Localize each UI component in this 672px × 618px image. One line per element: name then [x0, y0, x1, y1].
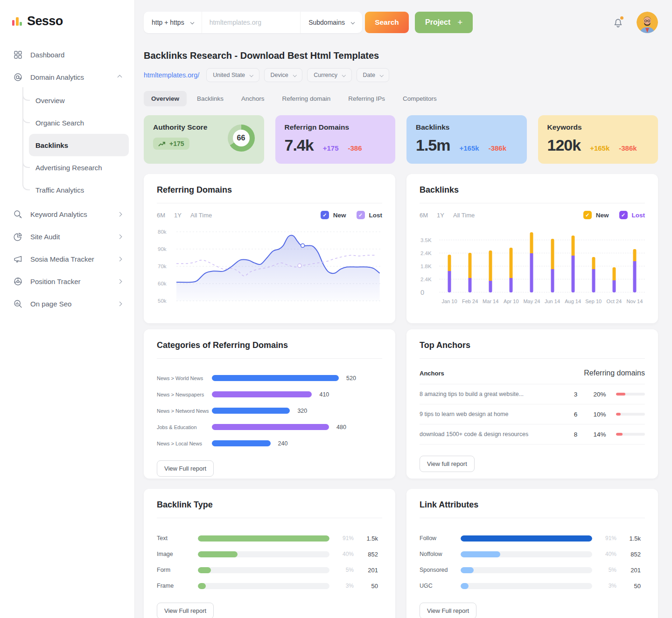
sidebar-item-keyword-analytics[interactable]: Keyword Analytics [7, 203, 127, 225]
view-full-report-button[interactable]: View Full report [157, 460, 214, 477]
sidebar-item-dashboard[interactable]: Dashboard [7, 43, 127, 66]
link-attributes-card: Link Attributes Follow91%1.5k Noffolow40… [406, 489, 658, 618]
sidebar-item-on-page-seo[interactable]: On page Seo [7, 292, 127, 315]
anchor-count: 8 [565, 431, 586, 438]
checkbox-new[interactable] [583, 211, 592, 219]
domain-link[interactable]: htmltemplates.org/ [144, 71, 199, 79]
range-1y[interactable]: 1Y [174, 212, 182, 219]
protocol-dropdown[interactable]: http + https [144, 12, 202, 33]
search-input[interactable] [202, 12, 301, 33]
user-avatar[interactable] [637, 12, 658, 33]
sidebar-item-overview[interactable]: Overview [22, 89, 127, 111]
range-all-time[interactable]: All Time [453, 212, 475, 219]
sidebar-item-backlinks[interactable]: Backlinks [29, 134, 129, 156]
filter-label: United State [213, 72, 245, 78]
subdomains-dropdown[interactable]: Subdomains [300, 12, 362, 33]
sidebar-nav: Dashboard Domain Analytics Overview Orga… [0, 43, 134, 315]
add-project-button[interactable]: Project + [415, 12, 473, 33]
sidebar-item-traffic-analytics[interactable]: Traffic Analytics [22, 179, 127, 201]
sidebar-item-label: Dashboard [30, 51, 64, 59]
chevron-right-icon [118, 301, 122, 306]
range-6m[interactable]: 6M [157, 212, 165, 219]
sidebar-item-label: Sosia Media Tracker [30, 255, 94, 263]
legend-new[interactable]: New [321, 211, 346, 219]
chevron-up-icon [118, 75, 122, 79]
view-full-report-button[interactable]: View Full report [420, 603, 476, 618]
tab-backlinks[interactable]: Backlinks [189, 91, 231, 106]
anchor-progress [616, 393, 645, 396]
metric-down: -386k [619, 144, 637, 152]
domain-analytics-submenu: Overview Organic Search Backlinks Advert… [22, 89, 127, 201]
filter-country[interactable]: United State [206, 68, 259, 82]
range-1y[interactable]: 1Y [437, 212, 444, 219]
metric-up: +165k [460, 144, 479, 152]
tab-referring-ips[interactable]: Referring IPs [341, 91, 392, 106]
bar-percent: 91% [592, 535, 616, 542]
filters-row: htmltemplates.org/ United State Device C… [144, 68, 658, 82]
keywords-card: Keywords 120k +165k -386k [538, 115, 658, 164]
sidebar-item-sosia-media-tracker[interactable]: Sosia Media Tracker [7, 248, 127, 270]
sidebar-item-label: Domain Analytics [30, 73, 84, 81]
sidebar-item-advertising-research[interactable]: Advertising Research [22, 156, 127, 179]
metric-cards: Authority Score +175 66 Referrign Domain… [144, 115, 658, 164]
category-label: News > Netword News [157, 408, 212, 414]
categories-card: Categories of Referring Domains News > W… [144, 329, 395, 479]
range-6m[interactable]: 6M [420, 212, 428, 219]
tab-overview[interactable]: Overview [144, 91, 187, 106]
range-all-time[interactable]: All Time [190, 212, 212, 219]
link-attributes-bars: Follow91%1.5k Noffolow40%852 Sponsored5%… [420, 530, 645, 594]
sidebar-item-site-audit[interactable]: Site Audit [7, 225, 127, 248]
category-bar [212, 408, 290, 414]
bar-label: Sponsored [420, 567, 461, 573]
bar-percent: 5% [329, 567, 354, 573]
chevron-down-icon [342, 73, 346, 77]
legend-lost[interactable]: Lost [619, 211, 645, 219]
pie-chart-icon [13, 232, 23, 242]
bar-track [461, 567, 592, 573]
bar-value: 50 [354, 583, 378, 590]
chevron-right-icon [118, 212, 122, 216]
sidebar-item-position-tracker[interactable]: Position Tracker [7, 270, 127, 292]
legend-label: New [333, 212, 346, 219]
category-value: 240 [278, 440, 288, 447]
checkbox-new[interactable] [321, 211, 329, 219]
bar-row: Image40%852 [157, 546, 382, 562]
globe-icon [13, 72, 23, 82]
sidebar-item-label: Site Audit [30, 233, 60, 241]
filter-device[interactable]: Device [264, 68, 303, 82]
legend-new[interactable]: New [583, 211, 609, 219]
referring-domains-card: Referrign Domains 7.4k +175 -386 [275, 115, 396, 164]
sidebar-item-domain-analytics[interactable]: Domain Analytics [7, 66, 127, 88]
legend-lost[interactable]: Lost [357, 211, 383, 219]
checkbox-lost[interactable] [619, 211, 628, 219]
bar-percent: 3% [592, 583, 616, 589]
filter-date[interactable]: Date [357, 68, 390, 82]
category-value: 480 [336, 424, 346, 431]
divider [420, 203, 645, 203]
bar-row: Sponsored5%201 [420, 562, 645, 578]
bar-value: 1.5k [354, 535, 378, 542]
bar-value: 852 [354, 551, 378, 558]
view-full-report-button[interactable]: View full report [420, 456, 475, 472]
bar-percent: 5% [592, 567, 616, 573]
checkbox-lost[interactable] [357, 211, 365, 219]
sidebar-item-organic-search[interactable]: Organic Search [22, 111, 127, 134]
bar-label: Image [157, 551, 198, 557]
referring-domains-line-chart [176, 225, 382, 304]
project-label: Project [425, 18, 450, 27]
brand-logo[interactable]: Sesso [0, 0, 134, 43]
category-row: Jobs & Education480 [157, 419, 382, 435]
filter-currency[interactable]: Currency [307, 68, 351, 82]
view-full-report-button[interactable]: View Full report [157, 603, 214, 618]
anchor-row: download 1500+ code & design resources 8… [420, 424, 645, 444]
metric-value: 120k [547, 136, 581, 154]
bar-percent: 40% [592, 551, 616, 557]
tab-referring-domain[interactable]: Referring domain [275, 91, 338, 106]
tab-competitors[interactable]: Competitors [395, 91, 444, 106]
tab-anchors[interactable]: Anchors [234, 91, 272, 106]
notifications-bell-icon[interactable] [612, 17, 624, 28]
anchor-percent: 10% [586, 411, 613, 418]
authority-score-donut: 66 [228, 125, 255, 152]
search-button[interactable]: Search [365, 12, 409, 33]
bar-value: 201 [616, 567, 641, 574]
